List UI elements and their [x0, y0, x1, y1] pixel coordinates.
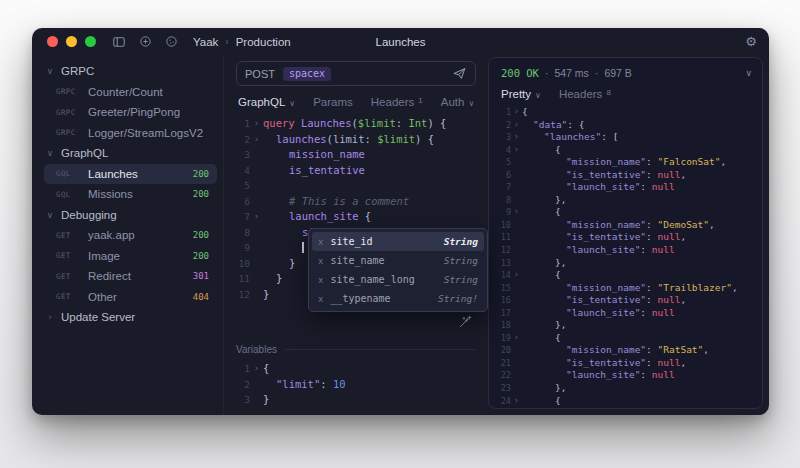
sidebar-item-counter-count[interactable]: GRPCCounter/Count — [44, 82, 217, 103]
tab-auth[interactable]: Auth∨ — [441, 96, 475, 108]
settings-gear-icon[interactable]: ⚙ — [745, 35, 757, 48]
fold-gutter — [250, 178, 263, 194]
tab-label: Headers — [559, 88, 602, 100]
tab-graphql[interactable]: GraphQL∨ — [238, 96, 295, 108]
code-text: } — [263, 287, 269, 303]
method-label[interactable]: POST — [245, 68, 275, 80]
sidebar-item-greeter-pingpong[interactable]: GRPCGreeter/PingPong — [44, 102, 217, 123]
chevron-down-icon[interactable]: ∨ — [745, 68, 752, 78]
code-token: "is_tentative" — [566, 357, 646, 368]
workspace-name[interactable]: Yaak — [193, 36, 218, 48]
code-text: "launch_site": null — [522, 244, 675, 257]
sidebar-item-missions[interactable]: GQLMissions200 — [44, 184, 217, 205]
code-text: "is_tentative": null, — [522, 357, 686, 370]
code-text: { — [522, 332, 561, 345]
url-bar[interactable]: POST spacex — [236, 61, 476, 86]
sidebar-item-logger-streamlogsv2[interactable]: GRPCLogger/StreamLogsV2 — [44, 123, 217, 144]
sidebar-item-redirect[interactable]: GETRedirect301 — [44, 266, 217, 287]
sidebar-folder[interactable]: ›Update Server — [44, 307, 217, 328]
code-text: }, — [522, 194, 566, 207]
autocomplete-item-site_name_long[interactable]: xsite_name_longString — [312, 270, 484, 289]
code-token: "FalconSat" — [658, 156, 721, 167]
variables-editor[interactable]: 1›{2"limit": 103} — [236, 361, 476, 408]
line-number: 19 — [495, 332, 511, 345]
sidebar-item-yaak-app[interactable]: GETyaak.app200 — [44, 225, 217, 246]
sidebar-item-launches[interactable]: GQLLaunches200 — [44, 164, 217, 185]
line-number: 7 — [495, 181, 511, 194]
code-token: , — [680, 294, 686, 305]
code-token: null — [658, 169, 681, 180]
sidebar-folder[interactable]: ∨GRPC — [44, 61, 217, 82]
code-token: mission_name — [289, 148, 365, 160]
code-token: : — [396, 117, 409, 129]
line-number: 3 — [236, 147, 250, 163]
url-value[interactable]: spacex — [283, 67, 331, 81]
line-number: 3 — [495, 131, 511, 144]
code-token: }, — [555, 257, 566, 268]
code-token: ) { — [415, 133, 434, 145]
graphql-editor[interactable]: 1›query Launches($limit: Int) {2›launche… — [236, 116, 476, 302]
code-text: } — [263, 392, 269, 408]
fold-gutter — [511, 319, 522, 332]
sidebar-toggle-icon[interactable] — [112, 35, 126, 49]
response-tab-pretty[interactable]: Pretty∨ — [501, 88, 541, 100]
code-token: , — [703, 344, 709, 355]
request-label: Counter/Count — [88, 86, 163, 98]
code-token: limit — [333, 133, 365, 145]
add-request-icon[interactable] — [139, 35, 152, 48]
autocomplete-item-__typename[interactable]: x__typenameString! — [312, 289, 484, 308]
code-line: 17"launch_site": null — [495, 307, 762, 320]
response-body[interactable]: 1›{2›"data": {3›"launches": [4›{5"missio… — [489, 106, 762, 408]
autocomplete-label: site_name — [330, 255, 384, 266]
close-window-button[interactable] — [47, 36, 58, 47]
tab-params[interactable]: Params — [313, 96, 353, 108]
code-line: 10"mission_name": "DemoSat", — [495, 219, 762, 232]
code-line: 16"is_tentative": null, — [495, 294, 762, 307]
code-token: "launch_site" — [566, 244, 640, 255]
code-text: mission_name — [263, 147, 365, 163]
sidebar-folder[interactable]: ∨Debugging — [44, 205, 217, 226]
code-token: : — [640, 244, 651, 255]
breadcrumb: Yaak › Production — [193, 36, 291, 48]
fold-gutter — [511, 344, 522, 357]
autocomplete-item-site_id[interactable]: xsite_idString — [312, 232, 484, 251]
code-token: "RatSat" — [658, 344, 704, 355]
line-number: 6 — [495, 169, 511, 182]
code-token: , — [732, 282, 738, 293]
code-line: 5"mission_name": "FalconSat", — [495, 156, 762, 169]
chevron-down-icon: ∨ — [468, 99, 474, 108]
code-token: "mission_name" — [566, 344, 646, 355]
response-size: 697 B — [604, 67, 631, 79]
fold-chevron-icon: › — [511, 144, 522, 157]
code-token: { — [263, 362, 269, 374]
sidebar-item-other[interactable]: GETOther404 — [44, 287, 217, 308]
code-token: "is_tentative" — [566, 169, 646, 180]
cookie-jar-icon[interactable] — [165, 35, 178, 48]
code-token: "launches" — [544, 131, 601, 142]
code-token: "limit" — [276, 378, 320, 390]
code-line: 2"limit": 10 — [236, 377, 476, 393]
code-line: 5 — [236, 178, 476, 194]
code-line: 2›"data": { — [495, 119, 762, 132]
fold-chevron-icon: › — [511, 332, 522, 345]
code-line: 11"is_tentative": null, — [495, 231, 762, 244]
code-token: launch_site — [289, 210, 365, 222]
sidebar-item-image[interactable]: GETImage200 — [44, 246, 217, 267]
environment-name[interactable]: Production — [236, 36, 291, 48]
code-token: } — [263, 393, 269, 405]
request-method-label: GRPC — [56, 87, 81, 96]
magic-wand-icon[interactable] — [458, 315, 472, 329]
status-code: 200 — [193, 189, 209, 199]
code-token: $limit — [377, 133, 415, 145]
send-request-button[interactable] — [452, 66, 467, 81]
code-token: "launch_site" — [566, 307, 640, 318]
code-line: 7"launch_site": null — [495, 181, 762, 194]
zoom-window-button[interactable] — [85, 36, 96, 47]
code-token: : — [646, 357, 657, 368]
tab-headers[interactable]: Headers1 — [371, 96, 423, 108]
minimize-window-button[interactable] — [66, 36, 77, 47]
response-tab-headers[interactable]: Headers8 — [559, 88, 611, 100]
autocomplete-item-site_name[interactable]: xsite_nameString — [312, 251, 484, 270]
sidebar-folder[interactable]: ∨GraphQL — [44, 143, 217, 164]
request-label: Launches — [88, 168, 138, 180]
